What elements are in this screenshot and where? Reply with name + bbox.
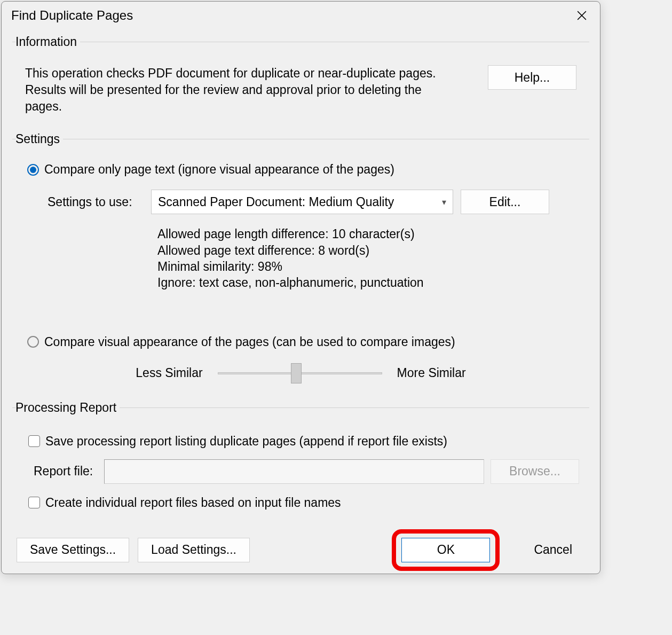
radio-compare-text-row[interactable]: Compare only page text (ignore visual ap… [27,162,583,177]
dialog-title: Find Duplicate Pages [11,8,133,23]
radio-compare-visual-row[interactable]: Compare visual appearance of the pages (… [27,335,583,349]
report-file-input[interactable] [104,459,484,484]
ok-button[interactable]: OK [401,538,490,562]
detail-length: Allowed page length difference: 10 chara… [157,226,583,242]
slider-label-more: More Similar [397,366,466,380]
settings-group: Settings Compare only page text (ignore … [12,132,589,397]
similarity-slider[interactable] [218,363,382,383]
radio-compare-text-label: Compare only page text (ignore visual ap… [44,162,394,177]
slider-thumb[interactable] [291,363,302,383]
individual-report-row[interactable]: Create individual report files based on … [28,496,583,510]
settings-to-use-label: Settings to use: [48,195,144,209]
close-button[interactable] [571,6,592,25]
save-settings-button[interactable]: Save Settings... [17,538,129,562]
information-group: Information This operation checks PDF do… [12,35,589,129]
settings-preset-select[interactable]: Scanned Paper Document: Medium Quality ▾ [151,190,453,214]
help-button[interactable]: Help... [488,65,576,90]
detail-textdiff: Allowed page text difference: 8 word(s) [157,242,583,258]
load-settings-button[interactable]: Load Settings... [138,538,250,562]
close-icon [577,11,587,20]
detail-ignore: Ignore: text case, non-alphanumeric, pun… [157,275,583,291]
save-report-checkbox[interactable] [28,435,40,447]
cancel-button[interactable]: Cancel [521,538,585,562]
radio-compare-text[interactable] [27,164,39,176]
radio-compare-visual-label: Compare visual appearance of the pages (… [44,335,455,349]
detail-similarity: Minimal similarity: 98% [157,258,583,275]
information-text: This operation checks PDF document for d… [25,65,452,115]
individual-report-label: Create individual report files based on … [45,496,341,510]
ok-highlight: OK [392,529,500,571]
settings-legend: Settings [15,132,63,146]
titlebar: Find Duplicate Pages [2,2,600,29]
settings-preset-value: Scanned Paper Document: Medium Quality [158,195,394,209]
chevron-down-icon: ▾ [442,197,446,207]
save-report-label: Save processing report listing duplicate… [45,434,447,449]
dialog-button-bar: Save Settings... Load Settings... OK Can… [2,527,600,571]
save-report-row[interactable]: Save processing report listing duplicate… [28,434,583,449]
slider-label-less: Less Similar [136,366,202,380]
edit-preset-button[interactable]: Edit... [461,190,549,214]
individual-report-checkbox[interactable] [28,497,40,508]
report-file-label: Report file: [34,464,98,479]
radio-compare-visual[interactable] [27,336,39,348]
find-duplicate-pages-dialog: Find Duplicate Pages Information This op… [1,1,600,574]
preset-details: Allowed page length difference: 10 chara… [157,226,583,291]
information-legend: Information [15,35,80,49]
processing-report-legend: Processing Report [15,401,120,415]
browse-button[interactable]: Browse... [491,459,579,484]
processing-report-group: Processing Report Save processing report… [12,401,589,524]
